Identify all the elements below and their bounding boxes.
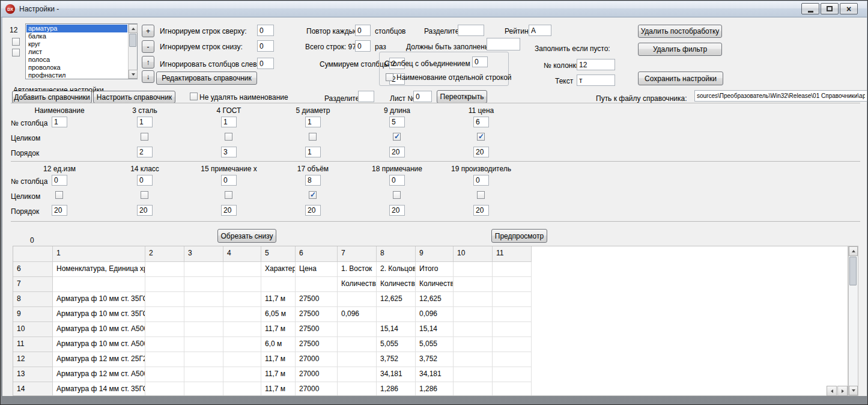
column-number-input[interactable] [473, 175, 489, 186]
row-number[interactable]: 7 [13, 277, 53, 292]
order-input[interactable] [389, 147, 405, 157]
table-cell[interactable] [454, 352, 493, 367]
table-cell[interactable] [184, 277, 223, 292]
delete-postprocessing-button[interactable]: Удалить постобработку [638, 25, 722, 38]
row-number[interactable]: 6 [13, 262, 53, 277]
listbox-item[interactable]: профнастил [26, 72, 127, 78]
minimize-button[interactable] [801, 3, 819, 14]
order-input[interactable] [473, 205, 489, 216]
table-cell[interactable]: 27000 [296, 367, 338, 382]
sheet-number-input[interactable] [413, 91, 432, 102]
table-cell[interactable] [223, 382, 261, 396]
row-number[interactable]: 14 [13, 382, 53, 396]
table-cell[interactable] [454, 337, 493, 352]
order-input[interactable] [137, 205, 153, 216]
table-cell[interactable]: Арматура ф 10 мм ст. 35ГС, [53, 292, 145, 307]
table-cell[interactable] [145, 382, 184, 396]
table-cell[interactable]: 6,0 м [261, 337, 296, 352]
scrollbar-thumb[interactable] [849, 257, 857, 285]
close-button[interactable] [840, 3, 858, 14]
order-input[interactable] [473, 147, 489, 157]
table-column-header[interactable]: 3 [184, 246, 223, 262]
table-column-header[interactable]: 8 [377, 246, 416, 262]
table-column-header[interactable]: 7 [338, 246, 377, 262]
delete-filter-button[interactable]: Удалить фильтр [638, 43, 722, 56]
left-checkbox-1[interactable] [12, 38, 20, 46]
table-cell[interactable] [296, 277, 338, 292]
scrollbar-thumb[interactable] [129, 34, 136, 47]
edit-dictionary-button[interactable]: Редактировать справочник [156, 72, 257, 85]
reopen-button[interactable]: Переоткрыть [437, 90, 487, 103]
column-number-input[interactable] [137, 175, 153, 186]
table-cell[interactable] [493, 352, 532, 367]
table-column-header[interactable]: 6 [296, 246, 338, 262]
listbox-item[interactable]: полоса [26, 56, 127, 64]
dictionary-path-input[interactable] [694, 90, 867, 102]
preview-button[interactable]: Предпросмотр [491, 229, 547, 243]
table-cell[interactable]: 3,752 [416, 352, 454, 367]
table-column-header[interactable]: 11 [493, 246, 532, 262]
column-number-input[interactable] [577, 59, 615, 70]
scroll-up-button[interactable] [849, 246, 858, 256]
table-cell[interactable]: 11,7 м [261, 322, 296, 337]
column-number-input[interactable] [305, 175, 321, 186]
table-cell[interactable] [493, 277, 532, 292]
column-number-input[interactable] [137, 117, 153, 127]
table-cell[interactable]: Арматура ф 10 мм ст. А500С [53, 337, 145, 352]
column-number-input[interactable] [52, 117, 67, 127]
column-number-input[interactable] [305, 117, 321, 127]
table-cell[interactable]: 12,625 [416, 292, 454, 307]
table-cell[interactable] [145, 352, 184, 367]
table-cell[interactable] [338, 367, 377, 382]
table-cell[interactable]: Характерис [261, 262, 296, 277]
listbox-item[interactable]: проволока [26, 64, 127, 72]
merge-column-input[interactable] [472, 56, 488, 67]
whole-checkbox[interactable] [477, 191, 485, 199]
table-cell[interactable]: Арматура ф 12 мм ст. 25Г2С, [53, 352, 145, 367]
table-cell[interactable]: 6,05 м [261, 307, 296, 322]
table-cell[interactable] [454, 367, 493, 382]
listbox-item[interactable]: лист [26, 48, 127, 56]
table-cell[interactable]: 15,14 [416, 322, 454, 337]
table-cell[interactable] [454, 262, 493, 277]
trim-bottom-button[interactable]: Обрезать снизу [217, 229, 276, 243]
table-cell[interactable] [223, 262, 261, 277]
whole-checkbox[interactable] [477, 133, 485, 141]
table-cell[interactable]: 27000 [296, 382, 338, 396]
listbox-scrollbar[interactable] [128, 24, 137, 79]
table-cell[interactable]: Цена [296, 262, 338, 277]
table-cell[interactable] [454, 277, 493, 292]
table-cell[interactable] [493, 382, 532, 396]
listbox-item[interactable]: круг [26, 40, 127, 48]
left-checkbox-2[interactable] [12, 49, 20, 56]
table-cell[interactable]: 34,181 [416, 367, 454, 382]
table-cell[interactable]: 1,286 [377, 382, 416, 396]
table-cell[interactable]: 27500 [296, 307, 338, 322]
whole-checkbox[interactable] [393, 191, 401, 199]
table-cell[interactable]: Итого [416, 262, 454, 277]
table-cell[interactable] [184, 337, 223, 352]
table-cell[interactable]: 11,7 м [261, 292, 296, 307]
table-cell[interactable] [145, 337, 184, 352]
table-cell[interactable]: 5,055 [416, 337, 454, 352]
table-cell[interactable]: Количество [416, 277, 454, 292]
table-cell[interactable] [338, 322, 377, 337]
table-cell[interactable] [184, 307, 223, 322]
table-column-header[interactable]: 5 [261, 246, 296, 262]
table-cell[interactable]: 3,752 [377, 352, 416, 367]
table-cell[interactable]: 11,7 м [261, 352, 296, 367]
scroll-down-button[interactable] [849, 386, 858, 395]
table-cell[interactable] [454, 382, 493, 396]
table-cell[interactable]: Арматура ф 10 мм ст. А500С [53, 322, 145, 337]
whole-checkbox[interactable] [55, 191, 63, 199]
scroll-left-button[interactable] [827, 386, 837, 396]
table-cell[interactable]: 0,096 [416, 307, 454, 322]
table-column-header[interactable]: 1 [53, 246, 145, 262]
table-cell[interactable]: 11,7 м [261, 367, 296, 382]
row-number[interactable]: 11 [13, 337, 53, 352]
table-column-header[interactable]: 4 [223, 246, 261, 262]
table-cell[interactable] [493, 322, 532, 337]
table-cell[interactable] [184, 322, 223, 337]
table-cell[interactable] [145, 322, 184, 337]
dictionary-listbox[interactable]: арматурабалкакруглистполосапроволокапроф… [25, 23, 138, 79]
